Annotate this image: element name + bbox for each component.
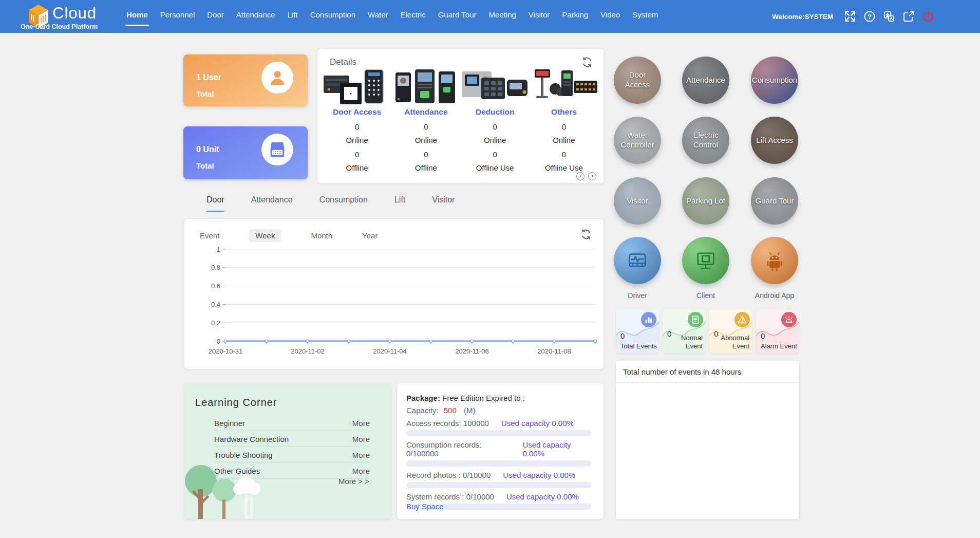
device-stat-value: 0: [461, 150, 530, 159]
svg-text:A: A: [890, 16, 893, 21]
app-photo-attendance: Attendance: [682, 57, 729, 104]
app-water-controller[interactable]: Water Controller: [614, 117, 661, 164]
details-panel: Details Door Access0Online0Offline Atten…: [317, 49, 604, 183]
svg-text:2020-11-04: 2020-11-04: [373, 347, 407, 355]
fullscreen-icon[interactable]: [843, 10, 857, 23]
driver-icon: [614, 237, 661, 284]
open-window-icon[interactable]: [902, 10, 915, 23]
nav-item-personnel[interactable]: Personnel: [159, 0, 196, 33]
stat-label: Alarm Event: [761, 342, 797, 350]
learning-more-link[interactable]: More > >: [338, 477, 369, 486]
learning-topic-link[interactable]: Trouble Shooting: [214, 451, 273, 459]
carousel-prev-icon[interactable]: ‹: [576, 172, 585, 180]
logo-title: Cloud: [52, 4, 97, 23]
package-edition-line: Package: Free Edition Expired to :: [406, 394, 591, 402]
refresh-icon[interactable]: [581, 56, 593, 68]
device-category-link[interactable]: Attendance: [391, 107, 460, 117]
app-attendance[interactable]: Attendance: [682, 57, 729, 104]
buy-space-link[interactable]: Buy Space: [406, 502, 444, 511]
nav-item-system[interactable]: System: [631, 0, 659, 33]
stat-card-total-events[interactable]: 0 Total Events: [616, 309, 659, 354]
device-stat-label: Offline: [391, 163, 460, 172]
tab-lift[interactable]: Lift: [394, 195, 405, 212]
details-columns: Door Access0Online0Offline Attendance0On…: [323, 67, 598, 172]
learning-row-hardware-connection: Hardware ConnectionMore: [214, 431, 370, 447]
stat-card-alarm-event[interactable]: 0 Alarm Event: [756, 309, 799, 354]
learning-corner-panel: Learning Corner BeginnerMoreHardware Con…: [184, 384, 391, 519]
translate-icon[interactable]: A: [882, 10, 896, 23]
app-consumption[interactable]: Consumption: [751, 57, 798, 104]
nav-item-electric[interactable]: Electric: [400, 0, 427, 33]
device-category-link[interactable]: Deduction: [461, 107, 530, 117]
package-row-label: Consumption records: 0/100000: [406, 440, 510, 458]
device-image-attendance: [391, 67, 460, 105]
nav-right-tools: Welcome:SYSTEM ? A: [772, 0, 935, 33]
power-icon[interactable]: [921, 10, 935, 23]
app-client[interactable]: Client: [682, 237, 729, 300]
capacity-progress-bar: [406, 482, 591, 488]
help-icon[interactable]: ?: [863, 10, 876, 23]
user-count-sub: Total: [196, 89, 214, 98]
nav-item-guard-tour[interactable]: Guard Tour: [437, 0, 478, 33]
learning-more-button[interactable]: More: [352, 467, 370, 475]
app-visitor[interactable]: Visitor: [614, 177, 661, 225]
learning-more-button[interactable]: More: [352, 435, 370, 443]
stat-count: 0: [620, 331, 625, 340]
learning-more-button[interactable]: More: [352, 419, 370, 428]
svg-text:0.8: 0.8: [211, 264, 220, 271]
nav-item-video[interactable]: Video: [599, 0, 621, 33]
package-used-capacity: Used capacity 0.00%: [503, 471, 575, 479]
nav-item-water[interactable]: Water: [367, 0, 389, 33]
tab-attendance[interactable]: Attendance: [251, 195, 293, 212]
nav-item-consumption[interactable]: Consumption: [309, 0, 356, 33]
app-android-app[interactable]: Android App: [751, 237, 798, 300]
nav-item-lift[interactable]: Lift: [287, 0, 299, 33]
nav-item-visitor[interactable]: Visitor: [527, 0, 551, 33]
carousel-next-icon[interactable]: ›: [588, 172, 596, 180]
device-stat-label: Online: [323, 136, 391, 144]
tab-consumption[interactable]: Consumption: [319, 195, 368, 212]
device-stat-value: 0: [461, 122, 530, 131]
app-door-access[interactable]: Door Access: [614, 57, 661, 104]
device-stat-label: Online: [461, 136, 530, 144]
package-row-consumption-records-: Consumption records: 0/100000Used capaci…: [406, 440, 591, 467]
learning-topic-link[interactable]: Hardware Connection: [214, 435, 289, 443]
device-icon: [261, 134, 293, 165]
app-guard-tour[interactable]: Guard Tour: [751, 177, 798, 225]
logo-subtitle: One-Card Cloud Platform: [21, 23, 98, 30]
app-logo[interactable]: Cloud One-Card Cloud Platform: [21, 0, 123, 33]
top-navbar: Cloud One-Card Cloud Platform HomePerson…: [0, 0, 980, 33]
app-parking-lot[interactable]: Parking Lot: [682, 177, 729, 225]
stat-card-abnormal-event[interactable]: 0 Abnormal Event: [709, 309, 752, 354]
device-category-link[interactable]: Others: [530, 107, 598, 117]
tab-door[interactable]: Door: [206, 195, 224, 212]
learning-topic-link[interactable]: Beginner: [214, 419, 245, 428]
nav-item-attendance[interactable]: Attendance: [235, 0, 276, 33]
svg-text:2020-11-08: 2020-11-08: [537, 347, 571, 355]
stat-card-normal-event[interactable]: 0 Normal Event: [663, 309, 706, 354]
app-lift-access[interactable]: Lift Access: [751, 117, 798, 164]
device-stat-value: 0: [323, 122, 391, 131]
device-category-link[interactable]: Door Access: [323, 107, 391, 117]
nav-item-home[interactable]: Home: [125, 0, 149, 33]
package-capacity-line: Capacity: 500 (M): [406, 406, 591, 415]
tab-visitor[interactable]: Visitor: [432, 195, 455, 212]
nav-item-parking[interactable]: Parking: [561, 0, 589, 33]
app-photo-door-access: Door Access: [614, 57, 661, 104]
package-used-capacity: Used capacity 0.00%: [506, 492, 579, 501]
svg-text:0.4: 0.4: [211, 301, 220, 308]
chart-panel: EventWeekMonthYear 00.20.40.60.812020-10…: [184, 219, 604, 369]
app-electric-control[interactable]: Electric Control: [682, 117, 729, 164]
app-photo-electric-control: Electric Control: [682, 117, 729, 164]
package-row-record-photos-: Record photos : 0/10000Used capacity 0.0…: [406, 471, 591, 488]
app-driver[interactable]: Driver: [614, 237, 661, 300]
details-title: Details: [330, 57, 356, 67]
nav-item-meeting[interactable]: Meeting: [487, 0, 517, 33]
user-summary-card: 1 User Total: [183, 54, 308, 106]
welcome-text[interactable]: Welcome:SYSTEM: [772, 13, 833, 21]
nav-item-door[interactable]: Door: [206, 0, 225, 33]
learning-more-button[interactable]: More: [352, 451, 370, 459]
stat-label: Normal Event: [663, 334, 703, 350]
app-photo-consumption: Consumption: [751, 57, 798, 104]
device-image-deduction: [461, 67, 530, 105]
